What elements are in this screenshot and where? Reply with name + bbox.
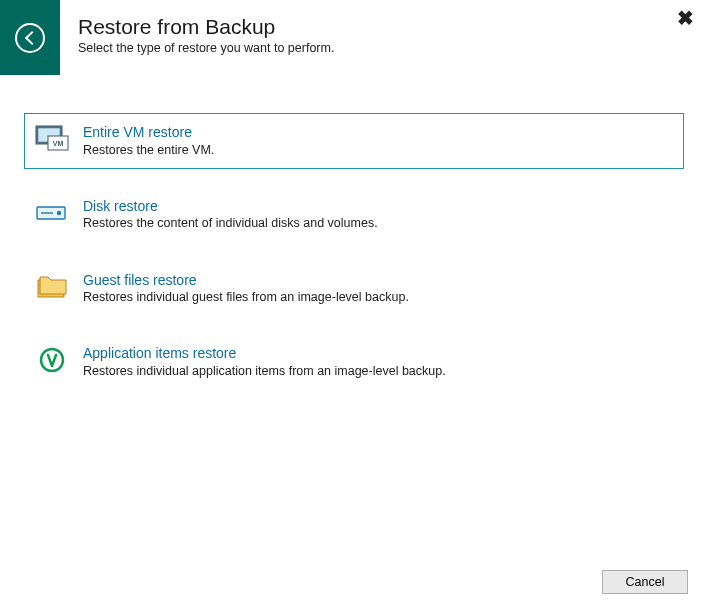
option-entire-vm-restore[interactable]: VM Entire VM restore Restores the entire… <box>24 113 684 169</box>
option-desc: Restores individual guest files from an … <box>83 289 673 305</box>
folder-icon <box>35 272 69 302</box>
back-button[interactable] <box>0 0 60 75</box>
option-title: Disk restore <box>83 198 673 216</box>
vm-icon: VM <box>35 124 69 154</box>
application-icon <box>35 345 69 375</box>
title-block: Restore from Backup Select the type of r… <box>60 0 708 55</box>
option-application-items-restore[interactable]: Application items restore Restores indiv… <box>24 334 684 390</box>
svg-point-5 <box>57 211 61 215</box>
svg-point-7 <box>41 349 63 371</box>
options-list: VM Entire VM restore Restores the entire… <box>0 75 708 390</box>
svg-text:VM: VM <box>53 140 64 147</box>
header: Restore from Backup Select the type of r… <box>0 0 708 75</box>
option-desc: Restores the content of individual disks… <box>83 215 673 231</box>
option-disk-restore[interactable]: Disk restore Restores the content of ind… <box>24 187 684 243</box>
back-arrow-icon <box>15 23 45 53</box>
option-desc: Restores individual application items fr… <box>83 363 673 379</box>
close-button[interactable]: ✖ <box>677 8 694 28</box>
option-guest-files-restore[interactable]: Guest files restore Restores individual … <box>24 261 684 317</box>
disk-icon <box>35 198 69 228</box>
option-title: Application items restore <box>83 345 673 363</box>
page-title: Restore from Backup <box>78 14 690 39</box>
page-subtitle: Select the type of restore you want to p… <box>78 41 690 55</box>
option-desc: Restores the entire VM. <box>83 142 673 158</box>
footer: Cancel <box>602 570 688 594</box>
close-icon: ✖ <box>677 7 694 29</box>
cancel-button[interactable]: Cancel <box>602 570 688 594</box>
option-title: Entire VM restore <box>83 124 673 142</box>
option-title: Guest files restore <box>83 272 673 290</box>
